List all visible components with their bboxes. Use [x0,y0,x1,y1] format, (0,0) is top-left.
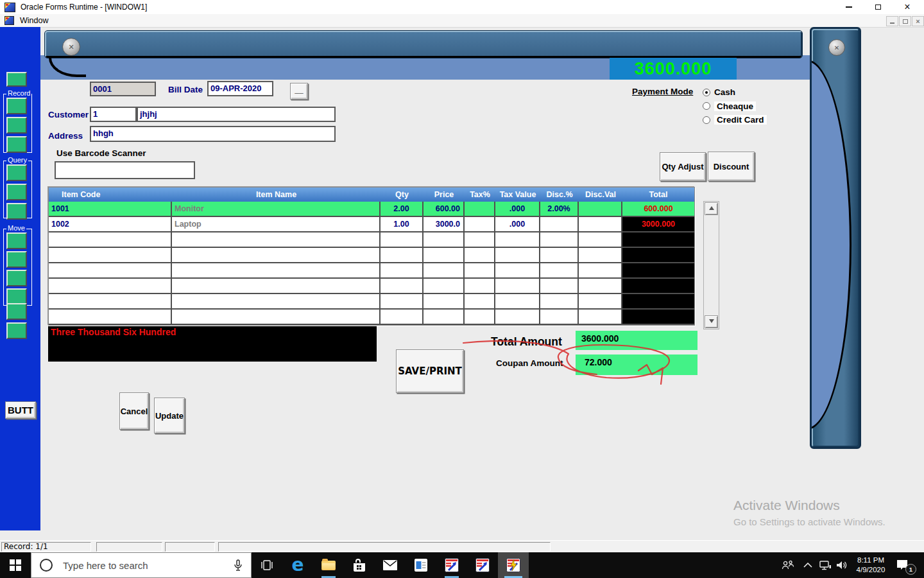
search-input[interactable] [62,559,233,572]
col-header-qty: Qty [381,188,424,202]
payment-option-credit-card[interactable]: Credit Card [703,113,767,127]
taskbar-mail[interactable] [375,552,406,578]
table-row-7[interactable] [49,294,694,310]
customer-label: Customer [48,110,89,119]
close-button[interactable]: × [898,0,917,14]
cancel-button[interactable]: Cancel [119,392,149,430]
mdi-close-button[interactable]: × [912,16,924,26]
sidebar-group-label-query: Query [6,156,28,164]
table-cell [381,279,424,294]
col-header-tax-: Tax% [465,188,495,202]
close-icon: × [904,2,910,12]
bill-date-field[interactable]: 09-APR-2020 [207,81,273,96]
customer-name-field[interactable]: jhjhj [137,107,336,122]
update-button[interactable]: Update [154,398,185,434]
col-header-disc-: Disc.% [540,188,579,202]
sidebar-button-record-1[interactable] [6,98,27,114]
items-table: Item CodeItem NameQtyPriceTax%Tax ValueD… [48,187,695,326]
address-field[interactable]: hhgh [90,126,336,142]
sidebar-button-move-1[interactable] [6,232,27,249]
status-cell [165,542,215,552]
volume-button[interactable] [835,560,847,570]
mdi-restore-button[interactable] [899,16,911,26]
taskbar-edge[interactable]: e [282,552,313,578]
discount-button[interactable]: Discount [708,152,755,181]
table-cell [495,279,540,294]
qty-adjust-button[interactable]: Qty Adjust [660,152,706,181]
scroll-down-button[interactable] [705,315,718,328]
sidebar-button-record-3[interactable] [6,136,27,153]
table-row-5[interactable] [49,263,694,279]
taskbar-app-window[interactable] [406,552,436,578]
table-cell [49,279,172,294]
task-view-button[interactable] [252,552,282,578]
table-scrollbar[interactable] [703,201,719,329]
mdi-minimize-button[interactable] [886,16,898,26]
date-lov-button[interactable]: __ [290,83,308,100]
taskbar-oracle-forms-2[interactable] [467,552,498,578]
start-button[interactable] [0,552,31,578]
taskbar-oracle-forms-runtime-active[interactable] [498,552,529,578]
customer-id-field[interactable]: 1 [90,107,137,122]
table-cell [381,232,424,248]
restore-icon [903,19,908,24]
table-row-4[interactable] [49,248,694,263]
minimize-button[interactable] [839,0,859,14]
payment-option-cheaque[interactable]: Cheaque [703,100,767,114]
edge-icon: e [292,556,304,574]
taskbar-file-explorer[interactable] [313,552,344,578]
table-cell [579,310,622,325]
minimize-icon [846,6,852,8]
table-cell: Monitor [172,202,381,217]
sidebar-button-extra-2[interactable] [6,322,27,339]
table-row-6[interactable] [49,279,694,294]
barcode-input[interactable] [55,161,195,179]
payment-option-cash[interactable]: Cash [703,85,767,100]
table-cell [424,279,465,294]
table-row-1[interactable]: 1001Monitor2.00600.00.0002.00%600.000 [49,202,694,217]
save-print-button[interactable]: SAVE/PRINT [396,349,464,393]
sidebar-button-query-2[interactable] [6,184,27,200]
restore-button[interactable] [868,0,887,14]
menu-item-window[interactable]: Window [20,16,48,25]
chevron-up-icon [803,563,812,568]
sidebar-button-extra-1[interactable] [6,303,27,320]
people-button[interactable] [780,560,796,570]
app-window-icon [415,559,427,572]
table-cell [622,248,694,263]
table-cell [579,279,622,294]
taskbar-oracle-forms-1[interactable] [436,552,467,578]
taskbar-clock[interactable]: 8:11 PM 4/9/2020 [851,552,891,578]
table-row-8[interactable] [49,310,694,325]
table-cell: .000 [495,202,540,217]
table-cell: .000 [495,217,540,232]
table-cell [424,263,465,279]
table-cell [49,310,172,325]
table-cell [465,248,495,263]
sidebar-button-move-3[interactable] [6,270,27,286]
total-amount-field: 3600.000 [576,331,697,350]
table-cell [465,279,495,294]
payment-option-label: Cash [714,87,735,97]
table-cell [381,263,424,279]
clock-date: 4/9/2020 [851,565,891,575]
sidebar-button-query-3[interactable] [6,203,27,220]
network-button[interactable] [819,560,832,570]
taskbar-search[interactable] [31,552,252,578]
table-row-2[interactable]: 1002Laptop1.003000.0.0003000.000 [49,217,694,232]
table-cell [424,232,465,248]
taskbar-store[interactable] [344,552,375,578]
sidebar-button-query-1[interactable] [6,164,27,181]
scroll-up-button[interactable] [705,202,718,215]
table-cell: 600.00 [424,202,465,217]
table-cell [579,294,622,310]
table-cell [579,217,622,232]
sidebar-butt-button[interactable]: BUTT [5,401,36,419]
table-row-3[interactable] [49,232,694,248]
tray-overflow-button[interactable] [803,563,812,568]
network-icon [819,560,832,570]
sidebar-button-record-2[interactable] [6,117,27,134]
sidebar-button-move-2[interactable] [6,251,27,268]
sidebar-button-top[interactable] [6,72,27,87]
table-cell: 3000.000 [622,217,694,232]
